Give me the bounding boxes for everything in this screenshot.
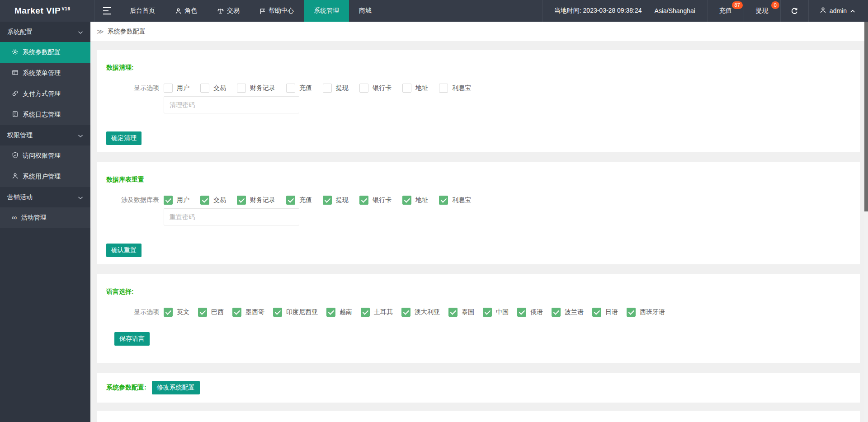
flag-icon	[259, 8, 266, 14]
checkbox-checked[interactable]	[198, 308, 207, 317]
nav-item-roles[interactable]: 角色	[165, 0, 207, 22]
section-title-data-clean: 数据清理:	[106, 64, 849, 72]
brand-logo[interactable]: Market VIPV16	[0, 6, 94, 16]
sidebar-item-access-permission-management[interactable]: 访问权限管理	[0, 145, 90, 166]
nav-item-mall[interactable]: 商城	[349, 0, 382, 22]
checkbox-option[interactable]: 地址	[402, 84, 428, 93]
scrollbar[interactable]	[864, 22, 868, 422]
save-language-button[interactable]: 保存语言	[114, 332, 150, 346]
checkbox-option[interactable]: 提现	[323, 84, 349, 93]
checkbox-option[interactable]: 越南	[326, 308, 352, 317]
checkbox-option[interactable]: 交易	[200, 84, 226, 93]
checkbox-option[interactable]: 银行卡	[359, 196, 392, 205]
checkbox-checked[interactable]	[448, 308, 458, 317]
infinity-icon: ∞	[12, 214, 17, 221]
checkbox-option[interactable]: 英文	[164, 308, 189, 317]
confirm-reset-button[interactable]: 确认重置	[106, 244, 142, 257]
checkbox[interactable]	[359, 84, 368, 93]
checkbox-checked[interactable]	[552, 308, 561, 317]
checkbox-option[interactable]: 充值	[286, 84, 312, 93]
checkbox-option[interactable]: 俄语	[517, 308, 543, 317]
checkbox-option[interactable]: 墨西哥	[232, 308, 264, 317]
checkbox-checked[interactable]	[359, 196, 368, 205]
content-area: 数据清理: 显示选项 用户 交易	[90, 41, 868, 422]
checkbox-option[interactable]: 土耳其	[361, 308, 393, 317]
checkbox-checked[interactable]	[232, 308, 241, 317]
reset-password-input[interactable]	[164, 208, 299, 225]
checkbox-checked[interactable]	[483, 308, 492, 317]
checkbox-checked[interactable]	[401, 308, 410, 317]
checkbox-checked[interactable]	[517, 308, 526, 317]
checkbox-option[interactable]: 充值	[286, 196, 312, 205]
confirm-clean-button[interactable]: 确定清理	[106, 131, 142, 145]
checkbox-checked[interactable]	[439, 196, 448, 205]
checkbox[interactable]	[164, 84, 173, 93]
checkbox-label: 地址	[415, 196, 428, 204]
checkbox-option[interactable]: 利息宝	[439, 84, 471, 93]
checkbox-option[interactable]: 地址	[402, 196, 428, 205]
sidebar-item-payment-method-management[interactable]: 支付方式管理	[0, 84, 90, 104]
db-reset-options-list: 用户 交易 财务记录	[164, 196, 482, 205]
checkbox-option[interactable]: 中国	[483, 308, 509, 317]
sidebar-item-system-log-management[interactable]: 系统日志管理	[0, 104, 90, 125]
checkbox[interactable]	[439, 84, 448, 93]
checkbox-option[interactable]: 用户	[164, 196, 189, 205]
sidebar-toggle-icon[interactable]	[94, 0, 120, 22]
checkbox-checked[interactable]	[273, 308, 282, 317]
checkbox-checked[interactable]	[237, 196, 246, 205]
checkbox-option[interactable]: 印度尼西亚	[273, 308, 318, 317]
checkbox-option[interactable]: 财务记录	[237, 84, 275, 93]
nav-item-help-center[interactable]: 帮助中心	[250, 0, 304, 22]
checkbox-option[interactable]: 澳大利亚	[401, 308, 440, 317]
checkbox-option[interactable]: 交易	[200, 196, 226, 205]
checkbox-option[interactable]: 利息宝	[439, 196, 471, 205]
checkbox-option[interactable]: 西班牙语	[627, 308, 665, 317]
checkbox-option[interactable]: 巴西	[198, 308, 224, 317]
checkbox-label: 利息宝	[452, 196, 471, 204]
checkbox-checked[interactable]	[286, 196, 295, 205]
checkbox-checked[interactable]	[323, 196, 332, 205]
user-menu[interactable]: admin	[809, 0, 868, 22]
modify-system-config-button[interactable]: 修改系统配置	[152, 381, 200, 394]
checkbox-checked[interactable]	[361, 308, 370, 317]
sidebar-item-activity-management[interactable]: ∞ 活动管理	[0, 207, 90, 228]
scrollbar-thumb[interactable]	[864, 22, 868, 211]
checkbox-checked[interactable]	[402, 196, 411, 205]
nav-item-dashboard[interactable]: 后台首页	[120, 0, 165, 22]
nav-item-trade[interactable]: 交易	[207, 0, 250, 22]
recharge-link[interactable]: 充值 87	[708, 0, 744, 22]
sidebar-group-marketing[interactable]: 营销活动	[0, 187, 90, 207]
gear-icon	[12, 48, 19, 56]
shield-check-icon	[12, 152, 19, 160]
checkbox-option[interactable]: 财务记录	[237, 196, 275, 205]
breadcrumb: ≫ 系统参数配置	[90, 22, 868, 41]
checkbox-option[interactable]: 泰国	[448, 308, 474, 317]
checkbox-checked[interactable]	[164, 196, 173, 205]
checkbox[interactable]	[286, 84, 295, 93]
checkbox[interactable]	[323, 84, 332, 93]
checkbox-checked[interactable]	[627, 308, 636, 317]
checkbox-checked[interactable]	[164, 308, 173, 317]
sidebar-item-system-user-management[interactable]: 系统用户管理	[0, 166, 90, 187]
checkbox[interactable]	[237, 84, 246, 93]
withdraw-link[interactable]: 提现 0	[744, 0, 780, 22]
checkbox-option[interactable]: 银行卡	[359, 84, 392, 93]
checkbox-option[interactable]: 日语	[592, 308, 618, 317]
checkbox[interactable]	[402, 84, 411, 93]
sidebar-group-permission-management[interactable]: 权限管理	[0, 125, 90, 145]
checkbox-checked[interactable]	[200, 196, 209, 205]
checkbox-option[interactable]: 用户	[164, 84, 189, 93]
clean-password-input[interactable]	[164, 96, 299, 113]
withdraw-badge: 0	[771, 1, 779, 9]
sidebar-group-system-config[interactable]: 系统配置	[0, 22, 90, 42]
nav-item-system-management[interactable]: 系统管理	[304, 0, 349, 22]
checkbox-label: 波兰语	[565, 308, 584, 316]
sidebar-item-system-menu-management[interactable]: 系统菜单管理	[0, 63, 90, 84]
sidebar-item-system-param-config[interactable]: 系统参数配置	[0, 42, 90, 63]
checkbox-checked[interactable]	[326, 308, 335, 317]
checkbox-checked[interactable]	[592, 308, 601, 317]
checkbox-option[interactable]: 提现	[323, 196, 349, 205]
refresh-icon[interactable]	[781, 0, 808, 22]
checkbox-option[interactable]: 波兰语	[552, 308, 584, 317]
checkbox[interactable]	[200, 84, 209, 93]
